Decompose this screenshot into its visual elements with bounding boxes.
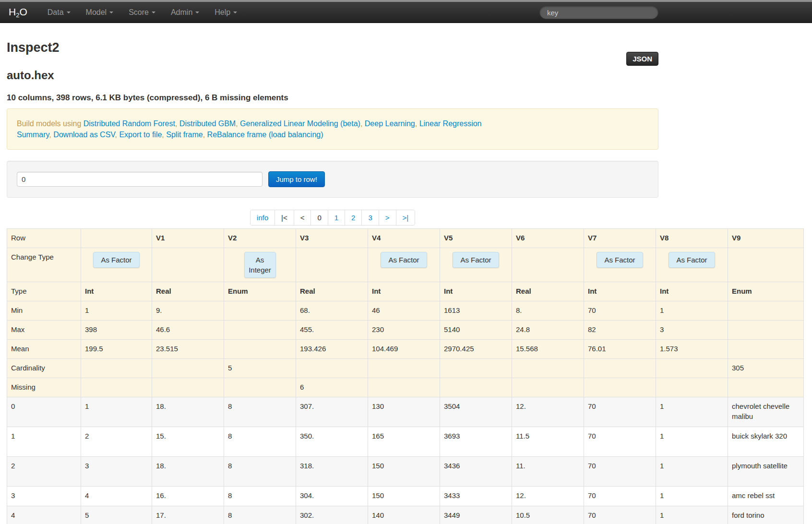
stat-cell [440,359,512,378]
jump-to-row-panel: Jump to row! [7,161,658,198]
as-factor-button[interactable]: As Factor [381,252,427,268]
pagination-prev[interactable]: < [294,210,311,225]
stat-cell [224,321,296,340]
data-cell: 8 [224,487,296,506]
data-cell: 8 [224,506,296,524]
build-models-prefix: Build models using [17,119,84,128]
stat-cell: 193.426 [296,340,368,359]
build-link-distributed-gbm[interactable]: Distributed GBM [179,119,236,128]
build-links-line2: Summary, Download as CSV, Export to file… [17,131,323,139]
stat-cell: 5140 [440,321,512,340]
table-header-row: RowV1V2V3V4V5V6V7V8V9 [7,229,804,248]
data-cell: 8 [224,397,296,427]
data-cell: 11.5 [512,427,584,457]
table-row: 2318.8318.150343611.701plymouth satellit… [7,457,804,487]
data-cell: 12. [512,487,584,506]
stat-cell [656,378,728,397]
as-factor-button[interactable]: As Factor [453,252,499,268]
jump-row-input[interactable] [17,172,263,187]
data-cell: 150 [368,457,440,487]
frame-table: RowV1V2V3V4V5V6V7V8V9Change TypeAs Facto… [7,228,804,524]
stat-cell [152,359,224,378]
build-link-linear-regression[interactable]: Linear Regression [419,119,482,128]
build-models-alert: Build models using Distributed Random Fo… [7,108,658,150]
navbar: H2O DataModelScoreAdminHelp [0,2,812,23]
stat-row-type: TypeIntRealEnumRealIntIntRealIntIntEnum [7,282,804,301]
nav-item-model[interactable]: Model [78,2,121,23]
data-cell: 302. [296,506,368,524]
data-cell: 5 [81,506,152,524]
table-row: 0118.8307.130350412.701chevrolet chevell… [7,397,804,427]
change-type-cell: As Factor [440,248,512,282]
pagination-page-3[interactable]: 3 [361,210,378,225]
build-link-deep-learning[interactable]: Deep Learning [365,119,415,128]
nav-item-label: Score [129,8,149,17]
pagination-page-0[interactable]: 0 [310,210,327,225]
stat-cell: 23.515 [152,340,224,359]
stat-row-label: Min [7,301,81,321]
h2o-logo[interactable]: H2O [0,6,40,19]
build-link-generalized-linear-modeling-beta-[interactable]: Generalized Linear Modeling (beta) [240,119,360,128]
as-factor-button[interactable]: As Factor [93,252,139,268]
build-link-rebalance-frame-load-balancing-[interactable]: ReBalance frame (load balancing) [207,131,323,139]
stat-cell [368,378,440,397]
stat-cell [368,359,440,378]
pagination-page-1[interactable]: 1 [328,210,345,225]
nav-item-label: Data [48,8,64,17]
pagination-page-2[interactable]: 2 [345,210,361,225]
json-button[interactable]: JSON [626,52,658,66]
as-factor-button[interactable]: As Factor [669,252,715,268]
jump-to-row-button[interactable]: Jump to row! [268,171,325,187]
nav-item-data[interactable]: Data [40,2,78,23]
change-type-label: Change Type [7,248,81,282]
pagination-last[interactable]: >| [396,210,415,225]
data-cell: 70 [584,506,656,524]
nav-item-help[interactable]: Help [207,2,245,23]
build-link-distributed-random-forest[interactable]: Distributed Random Forest [84,119,175,128]
stat-cell: 24.8 [512,321,584,340]
pagination-next[interactable]: > [379,210,396,225]
stat-cell: 82 [584,321,656,340]
build-link-download-as-csv[interactable]: Download as CSV [53,131,115,139]
stat-cell [224,301,296,321]
data-cell: 70 [584,487,656,506]
data-cell: 15. [152,427,224,457]
nav-item-score[interactable]: Score [121,2,163,23]
stat-cell [224,340,296,359]
table-row: 4517.8302.140344910.5701ford torino [7,506,804,524]
stat-row-mean: Mean199.523.515193.426104.4692970.42515.… [7,340,804,359]
as-factor-button[interactable]: As Factor [597,252,643,268]
search-input[interactable] [539,6,658,19]
change-type-cell: As Integer [224,248,296,282]
data-cell: 17. [152,506,224,524]
page-container: JSON Inspect2 auto.hex 10 columns, 398 r… [7,40,658,198]
brand-text: H [9,6,16,17]
stat-cell: 5 [224,359,296,378]
pagination-first[interactable]: |< [275,210,294,225]
stat-cell: 230 [368,321,440,340]
stat-cell: 1 [656,301,728,321]
stat-cell: Int [656,282,728,301]
build-link-summary[interactable]: Summary [17,131,49,139]
data-cell: amc rebel sst [728,487,804,506]
build-link-export-to-file[interactable]: Export to file [119,131,162,139]
stat-row-label: Mean [7,340,81,359]
data-cell: chevrolet chevelle malibu [728,397,804,427]
build-link-split-frame[interactable]: Split frame [166,131,203,139]
navbar-menu: DataModelScoreAdminHelp [40,2,245,23]
nav-item-admin[interactable]: Admin [163,2,207,23]
data-cell: 8 [224,427,296,457]
pagination: info|<<0123>>| [250,210,415,226]
column-header-V2: V2 [224,229,296,248]
chevron-down-icon [67,12,71,13]
data-cell: 350. [296,427,368,457]
column-header-blank [81,229,152,248]
data-cell: ford torino [728,506,804,524]
data-cell: 318. [296,457,368,487]
stat-row-missing: Missing6 [7,378,804,397]
stat-cell: 6 [296,378,368,397]
chevron-down-icon [109,12,113,13]
pagination-info[interactable]: info [251,210,275,225]
as-integer-button[interactable]: As Integer [244,252,276,278]
table-row: 3416.8304.150343312.701amc rebel sst [7,487,804,506]
